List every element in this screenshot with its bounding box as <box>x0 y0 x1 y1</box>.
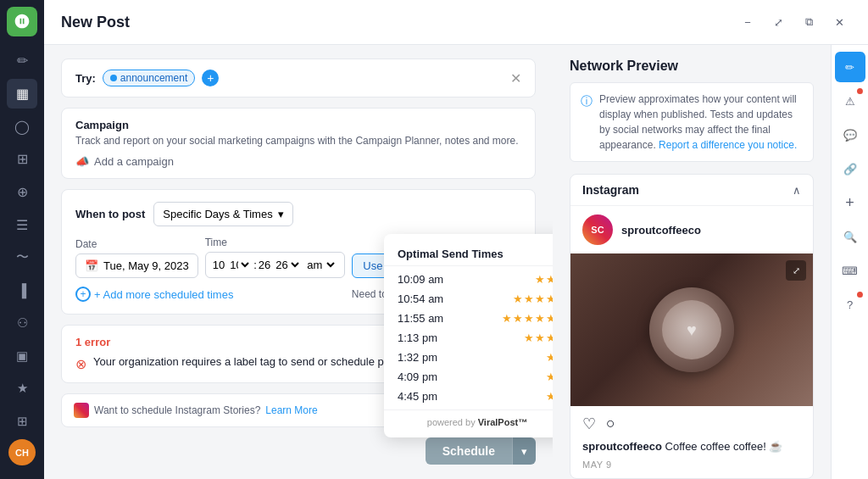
info-icon: ⓘ <box>581 92 593 153</box>
try-badge[interactable]: announcement <box>103 70 195 86</box>
optimal-send-times-dropdown: Optimal Send Times 10:09 am ★★ 10:54 am … <box>384 234 553 437</box>
sidebar-item-grid[interactable]: ⊞ <box>7 407 37 437</box>
add-more-times-button[interactable]: + + Add more scheduled times <box>75 287 233 302</box>
date-input[interactable]: 📅 Tue, May 9, 2023 <box>75 253 198 278</box>
coffee-post-image: ♥ ⤢ <box>570 253 813 406</box>
date-field: Date 📅 Tue, May 9, 2023 <box>75 238 198 278</box>
optimal-time-row-5[interactable]: 1:32 pm ★ <box>384 348 553 367</box>
caption-username: sproutcoffeeco <box>582 440 662 453</box>
try-add-button[interactable]: + <box>202 70 219 86</box>
optimal-time-row-2[interactable]: 10:54 am ★★★★ <box>384 289 553 309</box>
app-logo <box>7 7 37 36</box>
right-action-warning[interactable]: ⚠ <box>835 86 865 116</box>
optimal-stars-7: ★ <box>546 390 553 403</box>
right-actions-sidebar: ✏ ⚠ 💬 🔗 + 🔍 ⌨ ? <box>831 45 868 479</box>
time-hour-select[interactable]: 10 <box>226 258 252 272</box>
try-close-button[interactable]: ✕ <box>510 70 521 86</box>
megaphone-icon: 📣 <box>75 155 89 168</box>
plus-circle-icon: + <box>75 287 91 302</box>
right-panel: Network Preview ⓘ Preview approximates h… <box>553 45 831 479</box>
warning-badge <box>857 88 863 94</box>
time-field: Time 10 10 : 26 26 am <box>205 237 346 278</box>
instagram-card-header: Instagram ∧ <box>570 175 813 206</box>
sidebar-item-megaphone[interactable]: ⊞ <box>7 145 37 175</box>
optimal-time-1: 10:09 am <box>398 273 443 286</box>
error-icon: ⊗ <box>75 356 86 372</box>
try-row: Try: announcement + ✕ <box>75 70 521 86</box>
optimal-time-row-1[interactable]: 10:09 am ★★ <box>384 270 553 289</box>
duplicate-button[interactable]: ⧉ <box>797 10 821 34</box>
instagram-post-header: SC sproutcoffeeco <box>570 206 813 253</box>
comment-icon[interactable]: ○ <box>606 415 615 433</box>
time-select[interactable]: 10 10 : 26 26 am pm <box>205 252 346 278</box>
dropdown-arrow-icon: ▾ <box>521 445 527 458</box>
optimal-time-row-4[interactable]: 1:13 pm ★★★ <box>384 328 553 348</box>
sidebar-item-star[interactable]: ★ <box>7 374 37 404</box>
sidebar-item-folder[interactable]: ▦ <box>7 79 37 109</box>
optimal-stars-1: ★★ <box>535 273 553 286</box>
campaign-title: Campaign <box>75 119 521 131</box>
instagram-icon <box>74 403 89 418</box>
right-action-compose[interactable]: ✏ <box>835 52 865 82</box>
page-title: New Post <box>61 14 130 31</box>
like-icon[interactable]: ♡ <box>582 415 596 433</box>
time-hour: 10 <box>213 259 225 271</box>
left-sidebar: ✏ ▦ ◯ ⊞ ⊕ ☰ 〜 ▐ ⚇ ▣ ★ ⊞ CH <box>0 0 44 479</box>
instagram-actions: ♡ ○ <box>570 406 813 437</box>
when-section: When to post Specific Days & Times ▾ Dat… <box>61 189 536 315</box>
try-section: Try: announcement + ✕ <box>61 58 536 97</box>
viralpost-brand: ViralPost™ <box>478 417 528 427</box>
expand-button[interactable]: ⤢ <box>766 10 790 34</box>
time-period-select[interactable]: am pm <box>303 258 337 272</box>
optimal-time-row-7[interactable]: 4:45 pm ★ <box>384 387 553 406</box>
sidebar-item-people[interactable]: ⚇ <box>7 309 37 338</box>
time-minute: 26 <box>259 259 270 271</box>
sidebar-item-list[interactable]: ☰ <box>7 210 37 240</box>
date-label: Date <box>75 238 198 250</box>
right-action-search[interactable]: 🔍 <box>835 221 865 252</box>
report-difference-link[interactable]: Report a difference you notice. <box>659 139 797 151</box>
help-badge <box>857 292 863 298</box>
date-value: Tue, May 9, 2023 <box>103 259 189 272</box>
coffee-heart: ♥ <box>687 320 697 340</box>
optimal-time-5: 1:32 pm <box>398 351 437 364</box>
header-actions: − ⤢ ⧉ ✕ <box>736 10 851 34</box>
sidebar-item-stats[interactable]: ▐ <box>7 276 37 305</box>
sidebar-item-compose[interactable]: ✏ <box>7 47 37 76</box>
close-button[interactable]: ✕ <box>827 10 851 34</box>
learn-more-link[interactable]: Learn More <box>265 404 317 416</box>
main-content: New Post − ⤢ ⧉ ✕ Try: announcement + ✕ <box>44 0 868 479</box>
schedule-dropdown-button[interactable]: ▾ <box>512 437 536 465</box>
time-label: Time <box>205 237 346 248</box>
image-expand-icon[interactable]: ⤢ <box>786 260 806 281</box>
caption-content: Coffee coffee coffee! ☕ <box>665 440 783 453</box>
campaign-add-button[interactable]: 📣 Add a campaign <box>75 155 521 168</box>
user-avatar[interactable]: CH <box>8 439 36 465</box>
badge-dot <box>110 75 117 81</box>
sidebar-item-wave[interactable]: 〜 <box>7 242 37 272</box>
sidebar-item-pin[interactable]: ⊕ <box>7 177 37 207</box>
optimal-time-6: 4:09 pm <box>398 370 437 383</box>
when-select[interactable]: Specific Days & Times ▾ <box>153 202 292 226</box>
optimal-dropdown-title: Optimal Send Times <box>384 241 553 266</box>
optimal-time-row-6[interactable]: 4:09 pm ★ <box>384 367 553 387</box>
page-header: New Post − ⤢ ⧉ ✕ <box>44 0 868 45</box>
schedule-button[interactable]: Schedule <box>426 437 512 465</box>
optimal-time-row-3[interactable]: 11:55 am ★★★★★ <box>384 309 553 328</box>
chevron-down-icon: ▾ <box>278 208 284 220</box>
instagram-account-avatar: SC <box>582 214 613 245</box>
minimize-button[interactable]: − <box>736 10 760 34</box>
instagram-caption: sproutcoffeeco Coffee coffee coffee! ☕ <box>570 437 813 458</box>
right-action-help[interactable]: ? <box>835 289 865 320</box>
content-split: Try: announcement + ✕ Campaign Track and… <box>44 45 868 479</box>
collapse-chevron-icon[interactable]: ∧ <box>793 184 801 197</box>
instagram-username: sproutcoffeeco <box>621 224 701 237</box>
right-action-message[interactable]: 💬 <box>835 120 865 150</box>
right-action-link[interactable]: 🔗 <box>835 153 865 184</box>
time-minute-select[interactable]: 26 <box>272 258 302 272</box>
sidebar-item-briefcase[interactable]: ▣ <box>7 341 37 370</box>
sidebar-item-profile[interactable]: ◯ <box>7 112 37 142</box>
right-action-add[interactable]: + <box>835 187 865 218</box>
when-row: When to post Specific Days & Times ▾ <box>75 202 521 226</box>
right-action-keyboard[interactable]: ⌨ <box>835 255 865 286</box>
